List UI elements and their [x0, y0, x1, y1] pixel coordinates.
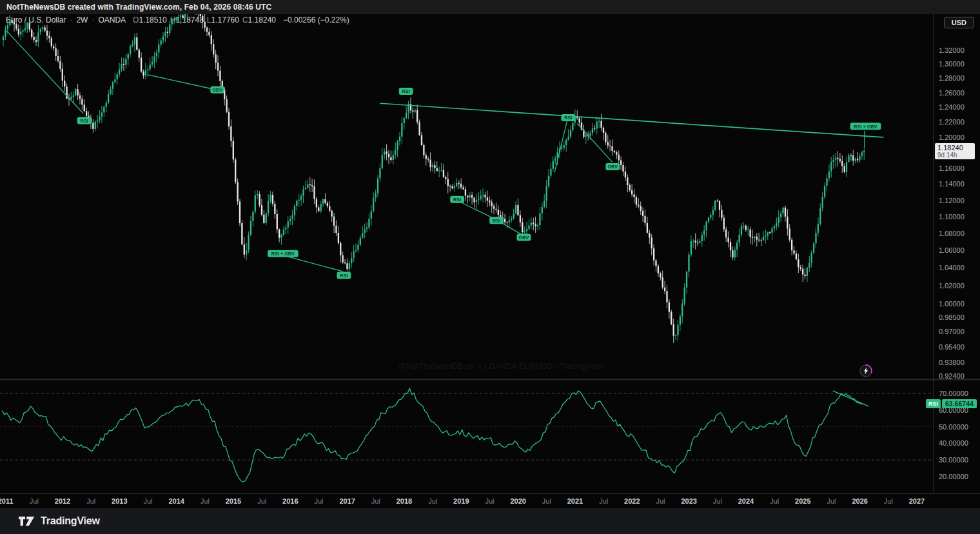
footer-bar: TradingView	[0, 508, 980, 534]
time-tick-label: Jul	[86, 497, 95, 505]
drawing-trendline[interactable]	[6, 31, 83, 113]
drawing-label[interactable]: RSI	[561, 114, 575, 121]
drawing-label[interactable]: RSI	[489, 217, 504, 224]
svg-text:OBV: OBV	[519, 235, 529, 241]
price-tick-label: 0.93800	[939, 359, 965, 366]
drawing-label[interactable]: OBV	[517, 233, 531, 241]
price-tick-label: 1.16000	[939, 164, 965, 172]
time-tick-label: 2020	[510, 497, 525, 505]
svg-text:OBV: OBV	[607, 164, 618, 170]
rsi-indicator-label: RSI	[926, 399, 941, 408]
time-tick-label: 2012	[55, 497, 70, 505]
price-tick-label: 1.26000	[939, 89, 965, 97]
rsi-tick-label: 30.00000	[939, 456, 968, 464]
time-tick-label: Jul	[713, 497, 722, 505]
drawing-label[interactable]: RSI	[337, 272, 351, 279]
price-tick-label: 1.08000	[939, 230, 965, 237]
rsi-tick-label: 20.00000	[939, 473, 968, 480]
price-tick-label: 1.30000	[939, 60, 965, 68]
price-tick-label: 1.04000	[939, 264, 965, 272]
price-tick-label: 0.92400	[939, 372, 965, 380]
svg-text:RSI: RSI	[564, 115, 572, 121]
time-tick-label: Jul	[143, 497, 152, 505]
time-tick-label: 2026	[852, 497, 867, 505]
drawing-label[interactable]: OBV	[210, 86, 224, 94]
price-tick-label: 0.95400	[939, 343, 965, 351]
time-tick-label: 2017	[339, 497, 355, 505]
drawing-label[interactable]: RSI + OBV	[850, 123, 881, 130]
rsi-tick-label: 50.00000	[939, 423, 968, 431]
drawing-label[interactable]: RSI	[450, 196, 464, 203]
price-tick-label: 1.10000	[939, 213, 965, 221]
price-tick-label: 1.24000	[939, 103, 965, 111]
last-price-badge: 1.18240 9d 14h	[935, 143, 975, 159]
time-tick-label: 2027	[909, 497, 925, 505]
time-tick-label: 2015	[226, 497, 241, 505]
time-tick-label: 2025	[795, 497, 810, 505]
drawing-label[interactable]: OBV	[605, 163, 620, 170]
time-tick-label: Jul	[542, 497, 551, 505]
price-tick-label: 1.14000	[939, 180, 965, 188]
currency-toggle-button[interactable]: USD	[944, 17, 974, 28]
svg-text:RSI: RSI	[493, 218, 500, 224]
drawing-trendline[interactable]	[554, 121, 567, 172]
chart-canvas[interactable]: RSIOBVRSIRSIOBVRSIRSIOBVRSI + OBVRSIRSI …	[0, 0, 980, 534]
time-tick-label: 2011	[0, 497, 14, 505]
price-tick-label: 1.28000	[939, 74, 965, 82]
drawing-trendline[interactable]	[148, 75, 216, 90]
time-tick-label: Jul	[428, 497, 437, 505]
boost-icon[interactable]	[859, 364, 873, 378]
drawing-label[interactable]: RSI	[77, 117, 92, 124]
price-axis[interactable]: 1.320001.300001.280001.260001.240001.220…	[939, 46, 965, 380]
price-tick-label: 1.32000	[939, 46, 965, 54]
last-price-value: 1.18240	[937, 144, 972, 152]
time-tick-label: 2018	[397, 497, 412, 505]
bar-countdown: 9d 14h	[937, 152, 972, 159]
time-tick-label: Jul	[656, 497, 665, 505]
time-tick-label: Jul	[827, 497, 836, 505]
drawing-label[interactable]: RSI	[399, 88, 413, 95]
time-tick-label: Jul	[770, 497, 779, 505]
time-tick-label: Jul	[201, 497, 210, 505]
rsi-tick-label: 40.00000	[939, 439, 968, 447]
time-tick-label: Jul	[884, 497, 893, 505]
time-tick-label: Jul	[371, 497, 380, 505]
price-tick-label: 0.98500	[939, 313, 965, 321]
svg-text:OBV: OBV	[212, 87, 222, 93]
time-tick-label: 2022	[624, 497, 640, 505]
attribution-bar: NotTheNewsDB created with TradingView.co…	[0, 0, 980, 14]
time-tick-label: Jul	[599, 497, 608, 505]
drawing-label[interactable]: RSI + OBV	[268, 250, 299, 257]
tradingview-chart-screen: NotTheNewsDB created with TradingView.co…	[0, 0, 980, 534]
rsi-series	[2, 388, 863, 482]
time-tick-label: 2013	[112, 497, 127, 505]
time-tick-label: 2019	[453, 497, 469, 505]
time-tick-label: Jul	[485, 497, 494, 505]
attribution-text: NotTheNewsDB created with TradingView.co…	[6, 3, 271, 12]
price-tick-label: 1.06000	[939, 246, 965, 254]
candlestick-series	[3, 3, 865, 343]
rsi-indicator-value: 63.66744	[942, 399, 977, 408]
time-axis[interactable]: 2011Jul2012Jul2013Jul2014Jul2015Jul2016J…	[0, 497, 925, 505]
svg-text:RSI: RSI	[453, 197, 461, 203]
tradingview-wordmark[interactable]: TradingView	[41, 515, 100, 527]
time-tick-label: 2021	[567, 497, 583, 505]
svg-text:RSI: RSI	[402, 88, 410, 94]
drawing-trendline[interactable]	[380, 103, 883, 137]
price-tick-label: 1.20000	[939, 134, 965, 141]
price-tick-label: 1.00000	[939, 300, 965, 308]
time-tick-label: Jul	[30, 497, 39, 505]
price-tick-label: 1.02000	[939, 282, 965, 290]
price-tick-label: 1.12000	[939, 197, 965, 204]
time-tick-label: 2016	[282, 497, 298, 505]
tradingview-logo-icon[interactable]	[18, 514, 35, 528]
svg-text:RSI + OBV: RSI + OBV	[271, 251, 295, 257]
drawing-trendline[interactable]	[284, 256, 342, 272]
price-tick-label: 0.97000	[939, 328, 965, 335]
rsi-tick-label: 70.00000	[939, 390, 968, 397]
time-tick-label: Jul	[257, 497, 266, 505]
time-tick-label: 2024	[738, 497, 754, 505]
price-tick-label: 1.22000	[939, 118, 965, 126]
time-tick-label: 2014	[168, 497, 184, 505]
svg-text:RSI: RSI	[340, 273, 348, 279]
